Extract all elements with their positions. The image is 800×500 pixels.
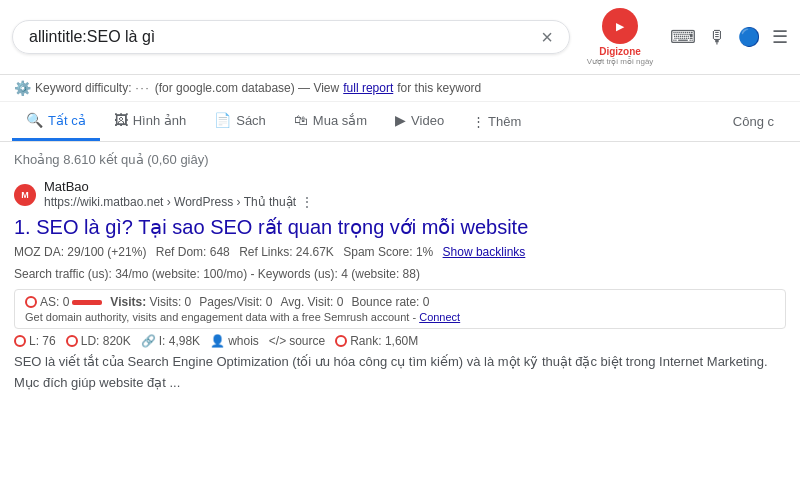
result-site-info: MatBao https://wiki.matbao.net › WordPre… (44, 179, 314, 210)
shop-tab-icon: 🛍 (294, 112, 308, 128)
whois-label: whois (228, 334, 259, 348)
tab-video[interactable]: ▶ Video (381, 102, 458, 141)
avg-label: Avg. Visit: 0 (280, 295, 343, 309)
source-label: source (289, 334, 325, 348)
result-url: https://wiki.matbao.net › WordPress › Th… (44, 195, 296, 209)
spam-score: Spam Score: 1% (343, 245, 433, 259)
book-tab-icon: 📄 (214, 112, 231, 128)
ld-metrics-row: L: 76 LD: 820K 🔗 I: 4,98K 👤 whois </> so… (14, 334, 786, 348)
result-source-row: M MatBao https://wiki.matbao.net › WordP… (14, 179, 786, 210)
as-item: AS: 0 (25, 295, 102, 309)
tab-mua-sam[interactable]: 🛍 Mua sắm (280, 102, 381, 141)
result-favicon: M (14, 184, 36, 206)
tools-button[interactable]: Công c (719, 104, 788, 139)
search-bar: × (12, 20, 570, 54)
whois-item[interactable]: 👤 whois (210, 334, 259, 348)
source-item[interactable]: </> source (269, 334, 325, 348)
dots-icon: ⋮ (472, 114, 485, 129)
tab-sach-label: Sách (236, 113, 266, 128)
semrush-bar: AS: 0 Visits: Visits: 0 Pages/Visit: 0 A… (14, 289, 786, 329)
person-icon: 👤 (210, 334, 225, 348)
rank-label: Rank: 1,60M (350, 334, 418, 348)
pages-label: Pages/Visit: 0 (199, 295, 272, 309)
tab-tat-ca[interactable]: 🔍 Tất cả (12, 102, 100, 141)
bounce-label: Bounce rate: 0 (351, 295, 429, 309)
mic-icon[interactable]: 🎙 (708, 27, 726, 48)
full-report-link[interactable]: full report (343, 81, 393, 95)
show-backlinks-link[interactable]: Show backlinks (443, 245, 526, 259)
search-traffic: Search traffic (us): 34/mo (website: 100… (14, 267, 420, 281)
kw-suffix: for this keyword (397, 81, 481, 95)
moz-stats-row1: MOZ DA: 29/100 (+21%) Ref Dom: 648 Ref L… (14, 243, 786, 262)
ld-item: LD: 820K (66, 334, 131, 348)
backlinks2-label: I: 4,98K (159, 334, 200, 348)
logo: ▶ Digizone Vượt trội mỗi ngày (580, 8, 660, 66)
keyword-difficulty-bar: ⚙️ Keyword difficulty: ··· (for google.c… (0, 75, 800, 102)
semrush-text: Get domain authority, visits and engagem… (25, 311, 416, 323)
kw-middle: (for google.com database) — View (155, 81, 340, 95)
tab-hinh-anh-label: Hình ảnh (133, 113, 187, 128)
result-url-row: https://wiki.matbao.net › WordPress › Th… (44, 194, 314, 210)
ld-icon (66, 335, 78, 347)
as-icon (25, 296, 37, 308)
as-mini-bar (72, 300, 102, 305)
gear-icon: ⚙️ (14, 80, 31, 96)
nav-tabs: 🔍 Tất cả 🖼 Hình ảnh 📄 Sách 🛍 Mua sắm ▶ V… (0, 102, 800, 142)
semrush-promo: Get domain authority, visits and engagem… (25, 311, 775, 323)
tab-sach[interactable]: 📄 Sách (200, 102, 280, 141)
rank-item: Rank: 1,60M (335, 334, 418, 348)
logo-subtext: Vượt trội mỗi ngày (587, 57, 654, 66)
semrush-connect-link[interactable]: Connect (419, 311, 460, 323)
tab-video-label: Video (411, 113, 444, 128)
arrow-icon: 🔗 (141, 334, 156, 348)
results-count: Khoảng 8.610 kết quả (0,60 giây) (0, 142, 800, 173)
result-options-button[interactable]: ⋮ (300, 194, 314, 210)
search-tab-icon: 🔍 (26, 112, 43, 128)
kw-label: Keyword difficulty: (35, 81, 132, 95)
moz-da: MOZ DA: 29/100 (+21%) (14, 245, 146, 259)
result-item: M MatBao https://wiki.matbao.net › WordP… (0, 173, 800, 401)
result-title-link[interactable]: 1. SEO là gì? Tại sao SEO rất quan trọng… (14, 214, 786, 240)
kw-dots: ··· (136, 82, 151, 94)
ld-label: LD: 820K (81, 334, 131, 348)
l-item: L: 76 (14, 334, 56, 348)
more-tabs-button[interactable]: ⋮ Thêm (458, 104, 535, 139)
code-icon: </> (269, 334, 286, 348)
ref-dom: Ref Dom: 648 (156, 245, 230, 259)
l-label: L: 76 (29, 334, 56, 348)
header: × ▶ Digizone Vượt trội mỗi ngày ⌨ 🎙 🔵 ☰ (0, 0, 800, 75)
image-tab-icon: 🖼 (114, 112, 128, 128)
tab-hinh-anh[interactable]: 🖼 Hình ảnh (100, 102, 201, 141)
tab-mua-sam-label: Mua sắm (313, 113, 367, 128)
ref-links: Ref Links: 24.67K (239, 245, 334, 259)
as-label: AS: 0 (40, 295, 69, 309)
video-tab-icon: ▶ (395, 112, 406, 128)
header-icons: ⌨ 🎙 🔵 ☰ (670, 26, 788, 48)
menu-icon[interactable]: ☰ (772, 26, 788, 48)
keyboard-icon[interactable]: ⌨ (670, 26, 696, 48)
search-input[interactable] (29, 28, 533, 46)
backlinks-item: 🔗 I: 4,98K (141, 334, 200, 348)
logo-icon: ▶ (602, 8, 638, 44)
result-site-name: MatBao (44, 179, 314, 194)
logo-name: Digizone (599, 46, 641, 57)
more-label: Thêm (488, 114, 521, 129)
result-description: SEO là viết tắt của Search Engine Optimi… (14, 352, 786, 393)
rank-icon (335, 335, 347, 347)
tab-tat-ca-label: Tất cả (48, 113, 86, 128)
moz-stats-row2: Search traffic (us): 34/mo (website: 100… (14, 265, 786, 284)
clear-button[interactable]: × (541, 27, 553, 47)
visits-label: Visits: Visits: 0 (110, 295, 191, 309)
camera-icon[interactable]: 🔵 (738, 26, 760, 48)
l-icon (14, 335, 26, 347)
as-metrics-row: AS: 0 Visits: Visits: 0 Pages/Visit: 0 A… (25, 295, 775, 309)
